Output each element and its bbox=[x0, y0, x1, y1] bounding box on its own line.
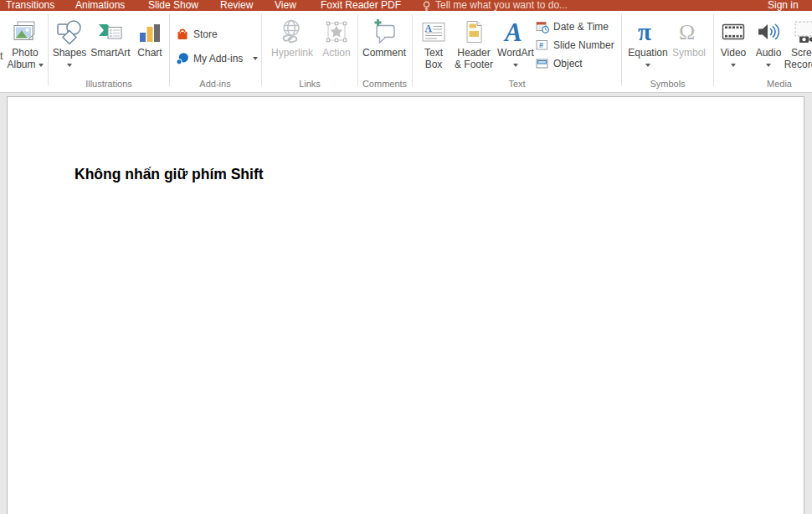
text-box-button[interactable]: A Text Box bbox=[417, 13, 450, 84]
text-box-label-1: Text bbox=[417, 47, 450, 59]
equation-button[interactable]: π Equation bbox=[628, 13, 668, 84]
svg-text:A: A bbox=[425, 23, 433, 33]
media-group-label: Media bbox=[715, 79, 812, 89]
group-images-partial: Photo Album bbox=[0, 11, 48, 92]
text-box-icon: A bbox=[417, 13, 450, 47]
tab-foxit-reader-pdf[interactable]: Foxit Reader PDF bbox=[321, 0, 401, 11]
tab-review[interactable]: Review bbox=[220, 0, 253, 11]
powerpoint-window: Transitions Animations Slide Show Review… bbox=[0, 0, 812, 514]
store-button[interactable]: Store bbox=[176, 27, 218, 41]
equation-label: Equation bbox=[628, 47, 668, 59]
video-button[interactable]: Video bbox=[717, 13, 750, 84]
store-icon bbox=[176, 28, 189, 41]
add-ins-group-label: Add-ins bbox=[170, 79, 260, 89]
text-group-label: Text bbox=[413, 79, 621, 89]
smartart-icon bbox=[87, 13, 134, 47]
screen-recording-icon bbox=[775, 13, 812, 47]
my-add-ins-icon bbox=[176, 52, 189, 65]
tab-transitions[interactable]: Transitions bbox=[6, 0, 54, 11]
header-footer-label-1: Header bbox=[451, 47, 496, 59]
group-links: Hyperlink Action Links bbox=[263, 11, 357, 92]
my-add-ins-button[interactable]: My Add-ins bbox=[176, 51, 258, 65]
text-box-label-2: Box bbox=[417, 59, 450, 70]
screen-recording-label-1: Screen bbox=[775, 47, 812, 59]
wordart-dropdown-arrow bbox=[513, 64, 518, 67]
group-media: Video Audio bbox=[715, 11, 812, 92]
tab-view[interactable]: View bbox=[275, 0, 296, 11]
hyperlink-label: Hyperlink bbox=[268, 47, 316, 59]
slide-editing-area: Không nhấn giữ phím Shift bbox=[0, 93, 812, 514]
object-button[interactable]: Object bbox=[536, 56, 583, 70]
chart-icon bbox=[134, 13, 166, 47]
photo-album-button[interactable]: Photo Album bbox=[5, 13, 45, 84]
svg-text:π: π bbox=[638, 18, 651, 45]
group-illustrations: Shapes SmartArt bbox=[49, 11, 169, 92]
svg-text:Ω: Ω bbox=[679, 20, 695, 44]
screen-recording-button[interactable]: Screen Recording bbox=[775, 13, 812, 84]
header-footer-label-2: & Footer bbox=[451, 59, 496, 70]
video-label: Video bbox=[717, 47, 750, 59]
action-icon bbox=[318, 13, 355, 47]
screen-recording-label-2: Recording bbox=[775, 59, 812, 70]
chart-label: Chart bbox=[134, 47, 166, 59]
slide-number-button[interactable]: # Slide Number bbox=[536, 38, 614, 52]
date-time-label: Date & Time bbox=[553, 21, 609, 33]
date-time-icon bbox=[536, 20, 549, 33]
tab-animations[interactable]: Animations bbox=[75, 0, 125, 11]
comment-icon bbox=[360, 13, 409, 47]
shapes-button[interactable]: Shapes bbox=[52, 13, 87, 84]
ribbon-tab-bar: Transitions Animations Slide Show Review… bbox=[0, 0, 812, 11]
store-label: Store bbox=[193, 28, 218, 40]
new-comment-button[interactable]: Comment bbox=[360, 13, 409, 84]
shapes-icon bbox=[52, 13, 87, 47]
audio-dropdown-arrow bbox=[766, 64, 771, 67]
smartart-button[interactable]: SmartArt bbox=[87, 13, 134, 84]
header-footer-button[interactable]: Header & Footer bbox=[451, 13, 496, 84]
symbol-icon: Ω bbox=[670, 13, 708, 47]
my-add-ins-dropdown-arrow bbox=[253, 57, 258, 60]
group-separator bbox=[261, 14, 262, 86]
equation-dropdown-arrow bbox=[645, 64, 650, 67]
slide-number-label: Slide Number bbox=[553, 39, 614, 51]
group-comments: Comment Comments bbox=[358, 11, 411, 92]
photo-album-label-2: Album bbox=[7, 59, 35, 70]
chart-button[interactable]: Chart bbox=[134, 13, 166, 84]
slide[interactable]: Không nhấn giữ phím Shift bbox=[7, 96, 804, 514]
date-time-button[interactable]: Date & Time bbox=[536, 19, 609, 33]
equation-icon: π bbox=[628, 13, 668, 47]
group-separator bbox=[713, 14, 714, 86]
slide-number-icon: # bbox=[536, 39, 549, 52]
shapes-dropdown-arrow bbox=[67, 64, 72, 67]
my-add-ins-label: My Add-ins bbox=[193, 53, 243, 64]
tab-slide-show[interactable]: Slide Show bbox=[148, 0, 198, 11]
illustrations-group-label: Illustrations bbox=[49, 79, 169, 89]
action-label: Action bbox=[318, 47, 355, 59]
video-dropdown-arrow bbox=[731, 64, 736, 67]
object-icon bbox=[536, 57, 549, 70]
comment-label: Comment bbox=[360, 47, 409, 59]
links-group-label: Links bbox=[263, 79, 357, 89]
symbol-button: Ω Symbol bbox=[670, 13, 708, 84]
group-symbols: π Equation Ω Symbol Symbols bbox=[623, 11, 712, 92]
group-text: A Text Box bbox=[413, 11, 621, 92]
hyperlink-button: Hyperlink bbox=[268, 13, 316, 84]
tell-me-box[interactable]: Tell me what you want to do... bbox=[435, 0, 568, 11]
ribbon-insert-contents: t Photo Album bbox=[0, 11, 812, 93]
shapes-label: Shapes bbox=[52, 47, 87, 59]
photo-album-dropdown-arrow bbox=[39, 64, 44, 67]
group-separator bbox=[621, 14, 622, 86]
sign-in-button[interactable]: Sign in bbox=[768, 0, 799, 11]
comments-group-label: Comments bbox=[358, 79, 411, 89]
photo-album-icon bbox=[5, 13, 45, 47]
hyperlink-icon bbox=[268, 13, 316, 47]
slide-text[interactable]: Không nhấn giữ phím Shift bbox=[75, 166, 264, 183]
group-add-ins: Store My Add-ins Add-ins bbox=[170, 11, 260, 92]
symbols-group-label: Symbols bbox=[623, 79, 712, 89]
svg-text:#: # bbox=[539, 41, 543, 49]
wordart-button[interactable]: A WordArt bbox=[496, 13, 535, 84]
wordart-label: WordArt bbox=[496, 47, 535, 59]
action-button: Action bbox=[318, 13, 355, 84]
svg-text:A: A bbox=[503, 18, 522, 45]
symbol-label: Symbol bbox=[670, 47, 708, 59]
header-footer-icon bbox=[451, 13, 496, 47]
